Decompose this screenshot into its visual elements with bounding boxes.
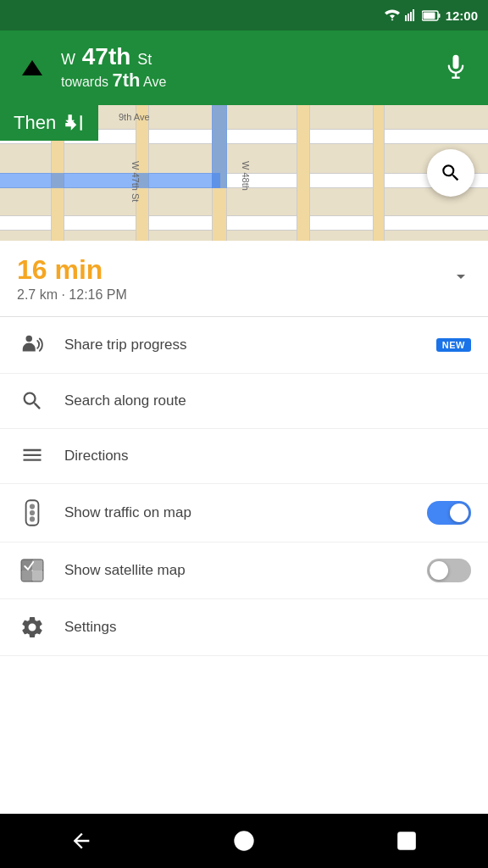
gear-icon (19, 615, 45, 640)
expand-button[interactable] (451, 266, 471, 291)
directions-label: Directions (64, 448, 471, 465)
road-label-9th: 9th Ave (119, 112, 150, 122)
settings-label: Settings (64, 619, 471, 636)
road-label-48th: W 48th (241, 161, 251, 191)
turn-left-icon (63, 112, 85, 134)
signal-icon (405, 9, 417, 21)
eta-duration: 16 min (17, 254, 127, 286)
svg-point-16 (236, 832, 253, 850)
svg-rect-2 (423, 12, 435, 19)
eta-panel: 16 min 2.7 km · 12:16 PM (0, 241, 488, 317)
menu-item-traffic[interactable]: Show traffic on map (0, 484, 488, 542)
share-trip-icon (17, 332, 47, 358)
eta-details: 2.7 km · 12:16 PM (17, 287, 127, 303)
search-icon-menu (20, 389, 44, 413)
menu-item-search-route[interactable]: Search along route (0, 374, 488, 429)
list-icon (20, 444, 44, 468)
status-time: 12:00 (446, 8, 478, 23)
nav-header: W 47th St towards 7th Ave (0, 31, 488, 105)
menu-item-directions[interactable]: Directions (0, 429, 488, 484)
new-badge: NEW (436, 338, 471, 352)
direction-text: W 47th St towards 7th Ave (51, 44, 437, 92)
recents-button[interactable] (381, 815, 432, 866)
chevron-down-icon (451, 266, 471, 287)
svg-point-10 (30, 516, 35, 521)
svg-rect-15 (32, 570, 43, 581)
traffic-toggle[interactable] (427, 501, 471, 525)
towards-text: towards 7th Ave (61, 70, 427, 92)
bottom-nav (0, 814, 488, 868)
mic-button[interactable] (437, 49, 474, 86)
menu-item-share-trip[interactable]: Share trip progress NEW (0, 317, 488, 374)
share-trip-label: Share trip progress (64, 337, 419, 353)
road-label-47th: W 47th St (130, 161, 141, 202)
menu-item-satellite[interactable]: Show satellite map (0, 542, 488, 599)
satellite-label: Show satellite map (64, 562, 410, 579)
back-icon (69, 829, 93, 853)
svg-point-6 (26, 336, 33, 342)
search-route-label: Search along route (64, 392, 471, 409)
search-icon (440, 162, 462, 184)
svg-rect-1 (438, 14, 440, 18)
eta-info: 16 min 2.7 km · 12:16 PM (17, 254, 127, 303)
satellite-toggle[interactable] (427, 559, 471, 582)
recents-icon (396, 830, 418, 852)
svg-point-9 (30, 510, 35, 515)
then-banner: Then (0, 105, 98, 141)
battery-icon (422, 10, 441, 21)
street-name: W 47th St (61, 44, 427, 70)
svg-rect-14 (22, 570, 33, 581)
direction-arrow (14, 49, 51, 86)
home-button[interactable] (219, 815, 269, 866)
svg-rect-17 (398, 832, 415, 849)
status-icons: 12:00 (385, 8, 478, 23)
wifi-icon (385, 9, 400, 21)
settings-icon (17, 615, 47, 640)
toggle-knob (450, 504, 469, 522)
traffic-label: Show traffic on map (64, 504, 410, 521)
person-wave-icon (19, 332, 45, 358)
svg-rect-3 (453, 55, 459, 69)
search-route-icon (17, 389, 47, 413)
toggle-knob-satellite (430, 561, 448, 580)
home-icon (232, 829, 256, 853)
up-arrow-icon (17, 53, 47, 83)
satellite-icon (17, 558, 47, 583)
svg-point-8 (30, 504, 35, 509)
back-button[interactable] (56, 815, 107, 866)
traffic-icon (17, 499, 47, 526)
directions-icon (17, 444, 47, 468)
map-search-button[interactable] (427, 149, 474, 197)
traffic-light-icon (20, 499, 44, 526)
map-area: 9th Ave W 47th St W 48th Then (0, 105, 488, 241)
menu-list: Share trip progress NEW Search along rou… (0, 317, 488, 656)
mic-icon (444, 53, 468, 83)
menu-item-settings[interactable]: Settings (0, 599, 488, 656)
status-bar: 12:00 (0, 0, 488, 31)
satellite-map-icon (19, 558, 45, 583)
